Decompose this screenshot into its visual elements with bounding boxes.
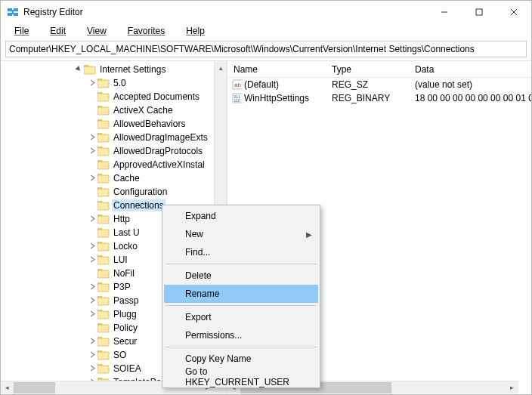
svg-rect-46 bbox=[97, 311, 109, 319]
menu-edit[interactable]: Edit bbox=[41, 25, 75, 37]
svg-rect-38 bbox=[97, 257, 109, 264]
tree-node-label: Internet Settings bbox=[98, 63, 167, 76]
folder-icon bbox=[97, 227, 110, 238]
folder-icon bbox=[97, 295, 110, 306]
folder-icon bbox=[97, 214, 110, 224]
expand-icon[interactable] bbox=[87, 79, 97, 88]
ctx-goto-hkcu[interactable]: Go to HKEY_CURRENT_USER bbox=[164, 368, 318, 386]
scroll-thumb[interactable] bbox=[14, 382, 55, 393]
tree-node-label: ApprovedActiveXInstal bbox=[112, 159, 206, 171]
value-name: WinHttpSettings bbox=[243, 93, 326, 103]
ctx-expand[interactable]: Expand bbox=[164, 207, 318, 225]
menu-bar: File Edit View Favorites Help bbox=[1, 23, 531, 39]
tree-node-label: AllowedBehaviors bbox=[112, 118, 187, 130]
expand-icon[interactable] bbox=[87, 365, 97, 373]
tree-node[interactable]: Cache bbox=[1, 171, 227, 185]
tree-node-label: Accepted Documents bbox=[112, 91, 201, 103]
expand-icon[interactable] bbox=[87, 351, 97, 360]
ctx-rename[interactable]: Rename bbox=[164, 285, 318, 303]
expand-icon[interactable] bbox=[73, 66, 84, 74]
scroll-left-icon[interactable]: ◂ bbox=[1, 381, 14, 394]
tree-node[interactable]: ApprovedActiveXInstal bbox=[1, 158, 227, 171]
minimize-button[interactable] bbox=[427, 1, 462, 23]
svg-rect-20 bbox=[97, 134, 109, 142]
list-header: Name Type Data bbox=[227, 61, 531, 78]
ctx-label: Rename bbox=[185, 289, 219, 299]
tree-node-label: Passp bbox=[112, 295, 140, 307]
list-row[interactable]: ab(Default)REG_SZ(value not set) bbox=[227, 78, 531, 91]
tree-node-label: SO bbox=[112, 349, 128, 361]
title-bar: Registry Editor bbox=[1, 1, 531, 23]
svg-rect-16 bbox=[97, 107, 109, 115]
col-data[interactable]: Data bbox=[409, 64, 531, 75]
context-menu: Expand New▶ Find... Delete Rename Export… bbox=[162, 205, 320, 388]
list-row[interactable]: 011110WinHttpSettingsREG_BINARY18 00 00 … bbox=[227, 91, 531, 105]
tree-node[interactable]: Accepted Documents bbox=[1, 90, 227, 103]
ctx-export[interactable]: Export bbox=[164, 308, 318, 326]
menu-favorites[interactable]: Favorites bbox=[119, 25, 174, 37]
tree-node[interactable]: AllowedDragImageExts bbox=[1, 131, 227, 144]
ctx-label: Go to HKEY_CURRENT_USER bbox=[185, 366, 300, 387]
expand-icon[interactable] bbox=[87, 297, 97, 305]
window-title: Registry Editor bbox=[23, 7, 83, 17]
tree-node-label: Cache bbox=[112, 172, 141, 184]
menu-file[interactable]: File bbox=[5, 25, 38, 37]
tree-root[interactable]: Internet Settings bbox=[1, 63, 227, 76]
svg-rect-24 bbox=[97, 162, 109, 169]
expand-icon[interactable] bbox=[87, 174, 97, 183]
value-data: (value not set) bbox=[409, 79, 531, 90]
tree-node[interactable]: Configuration bbox=[1, 185, 227, 199]
tree-node-label: LUI bbox=[112, 254, 129, 266]
ctx-copy-key-name[interactable]: Copy Key Name bbox=[164, 350, 318, 368]
svg-rect-26 bbox=[97, 175, 109, 183]
ctx-label: Find... bbox=[185, 247, 210, 258]
folder-icon bbox=[97, 132, 110, 143]
ctx-label: Export bbox=[185, 312, 212, 322]
folder-icon bbox=[97, 363, 110, 374]
folder-icon bbox=[97, 78, 110, 88]
col-name[interactable]: Name bbox=[227, 64, 326, 75]
value-name: (Default) bbox=[243, 79, 326, 90]
svg-rect-52 bbox=[97, 352, 109, 360]
folder-icon bbox=[97, 119, 110, 129]
tree-node[interactable]: ActiveX Cache bbox=[1, 103, 227, 117]
folder-icon bbox=[97, 187, 110, 197]
close-button[interactable] bbox=[496, 1, 531, 23]
svg-text:ab: ab bbox=[234, 82, 241, 88]
folder-icon bbox=[97, 322, 110, 333]
ctx-delete[interactable]: Delete bbox=[164, 267, 318, 285]
maximize-button[interactable] bbox=[462, 1, 496, 23]
tree-node-label: Configuration bbox=[112, 186, 169, 198]
tree-node[interactable]: AllowedDragProtocols bbox=[1, 144, 227, 158]
scroll-up-icon[interactable]: ▴ bbox=[215, 61, 227, 74]
menu-view[interactable]: View bbox=[78, 25, 116, 37]
ctx-permissions[interactable]: Permissions... bbox=[164, 326, 318, 344]
expand-icon[interactable] bbox=[87, 134, 97, 142]
folder-icon bbox=[97, 105, 110, 116]
folder-icon bbox=[97, 268, 110, 279]
svg-rect-48 bbox=[97, 325, 109, 332]
svg-rect-10 bbox=[84, 66, 95, 74]
expand-icon[interactable] bbox=[87, 256, 97, 264]
ctx-find[interactable]: Find... bbox=[164, 243, 318, 261]
tree-node[interactable]: AllowedBehaviors bbox=[1, 117, 227, 131]
expand-icon[interactable] bbox=[87, 215, 97, 224]
expand-icon[interactable] bbox=[87, 147, 97, 156]
expand-icon[interactable] bbox=[87, 338, 97, 346]
svg-rect-14 bbox=[97, 94, 109, 101]
scroll-right-icon[interactable]: ▸ bbox=[506, 381, 518, 394]
ctx-separator bbox=[165, 347, 317, 347]
menu-help[interactable]: Help bbox=[177, 25, 214, 37]
tree-node[interactable]: 5.0 bbox=[1, 76, 227, 90]
expand-icon[interactable] bbox=[87, 242, 97, 251]
ctx-new[interactable]: New▶ bbox=[164, 225, 318, 243]
col-type[interactable]: Type bbox=[326, 64, 409, 75]
svg-rect-1 bbox=[14, 8, 18, 11]
svg-rect-42 bbox=[97, 284, 109, 292]
expand-icon[interactable] bbox=[87, 283, 97, 292]
folder-icon bbox=[97, 159, 110, 170]
ctx-label: Expand bbox=[185, 211, 216, 221]
svg-rect-3 bbox=[14, 13, 18, 16]
address-bar[interactable]: Computer\HKEY_LOCAL_MACHINE\SOFTWARE\Mic… bbox=[5, 41, 527, 57]
expand-icon[interactable] bbox=[87, 310, 97, 319]
